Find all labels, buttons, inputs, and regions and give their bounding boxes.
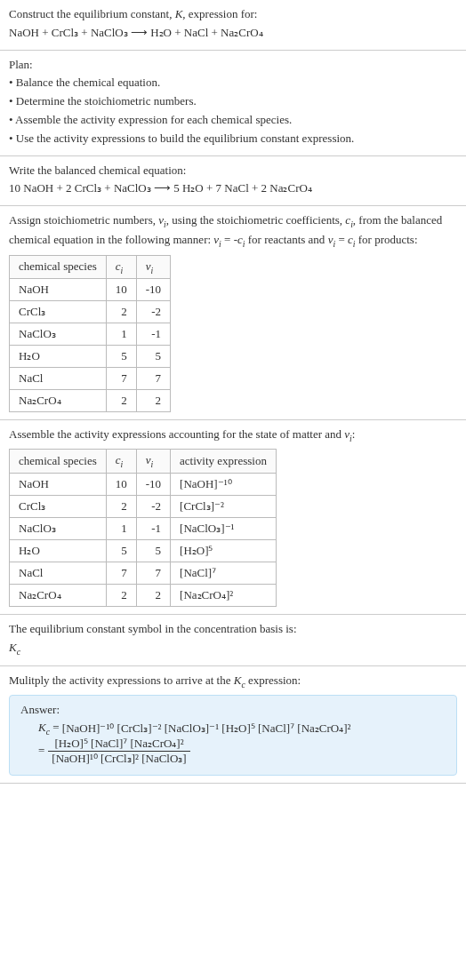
cell-species: NaOH <box>10 279 107 301</box>
cell-ci: 7 <box>106 368 136 390</box>
table-row: NaClO₃1-1[NaClO₃]⁻¹ <box>10 517 277 539</box>
section-stoich: Assign stoichiometric numbers, νi, using… <box>0 206 466 420</box>
cell-ci: 1 <box>106 517 136 539</box>
cell-ci: 2 <box>106 301 136 323</box>
table-row: Na₂CrO₄22[Na₂CrO₄]² <box>10 584 277 606</box>
cell-vi: 2 <box>136 584 170 606</box>
cell-ci: 5 <box>106 346 136 368</box>
answer-box: Answer: Kc = [NaOH]⁻¹⁰ [CrCl₃]⁻² [NaClO₃… <box>9 695 457 776</box>
cell-activity: [H₂O]⁵ <box>171 539 277 562</box>
cell-activity: [CrCl₃]⁻² <box>171 495 277 517</box>
table-row: NaCl77[NaCl]⁷ <box>10 562 277 584</box>
cell-species: NaClO₃ <box>10 323 107 346</box>
section-kc-symbol: The equilibrium constant symbol in the c… <box>0 615 466 666</box>
cell-vi: 2 <box>136 390 170 412</box>
cell-vi: -1 <box>136 323 170 346</box>
plan-item-3: • Assemble the activity expression for e… <box>9 111 457 130</box>
kc-symbol: Kc <box>9 639 457 658</box>
table-row: H₂O55[H₂O]⁵ <box>10 539 277 562</box>
section-final: Mulitply the activity expressions to arr… <box>0 666 466 784</box>
table-row: NaOH10-10[NaOH]⁻¹⁰ <box>10 473 277 495</box>
plan-item-4: • Use the activity expressions to build … <box>9 130 457 148</box>
activity-intro: Assemble the activity expressions accoun… <box>9 426 457 445</box>
fraction-numerator: [H₂O]⁵ [NaCl]⁷ [Na₂CrO₄]² <box>48 737 189 751</box>
cell-ci: 2 <box>106 584 136 606</box>
table-row: NaClO₃1-1 <box>10 323 171 346</box>
answer-label: Answer: <box>20 703 446 717</box>
stoich-table: chemical species ci νi NaOH10-10 CrCl₃2-… <box>9 255 171 413</box>
cell-species: NaCl <box>10 562 107 584</box>
table-row: CrCl₃2-2 <box>10 301 171 323</box>
table-row: NaCl77 <box>10 368 171 390</box>
cell-vi: -2 <box>136 301 170 323</box>
kc-text: The equilibrium constant symbol in the c… <box>9 620 457 639</box>
section-plan: Plan: • Balance the chemical equation. •… <box>0 51 466 156</box>
col-vi: νi <box>136 450 170 474</box>
cell-activity: [NaClO₃]⁻¹ <box>171 517 277 539</box>
balanced-equation: 10 NaOH + 2 CrCl₃ + NaClO₃ ⟶ 5 H₂O + 7 N… <box>9 179 457 198</box>
cell-ci: 2 <box>106 390 136 412</box>
section-activity: Assemble the activity expressions accoun… <box>0 420 466 615</box>
cell-ci: 10 <box>106 473 136 495</box>
stoich-intro: Assign stoichiometric numbers, νi, using… <box>9 211 457 251</box>
eq-sign: = <box>38 744 44 758</box>
plan-title: Plan: <box>9 56 457 75</box>
fraction-denominator: [NaOH]¹⁰ [CrCl₃]² [NaClO₃] <box>48 751 189 766</box>
cell-vi: 5 <box>136 346 170 368</box>
cell-species: NaCl <box>10 368 107 390</box>
cell-species: H₂O <box>10 539 107 562</box>
cell-vi: -1 <box>136 517 170 539</box>
col-activity: activity expression <box>171 450 277 474</box>
cell-ci: 5 <box>106 539 136 562</box>
unbalanced-equation: NaOH + CrCl₃ + NaClO₃ ⟶ H₂O + NaCl + Na₂… <box>9 24 457 43</box>
kc-rhs-product: [NaOH]⁻¹⁰ [CrCl₃]⁻² [NaClO₃]⁻¹ [H₂O]⁵ [N… <box>62 721 351 736</box>
cell-ci: 7 <box>106 562 136 584</box>
cell-vi: -10 <box>136 473 170 495</box>
table-header-row: chemical species ci νi <box>10 255 171 279</box>
cell-vi: 7 <box>136 562 170 584</box>
cell-vi: -10 <box>136 279 170 301</box>
kc-fraction: [H₂O]⁵ [NaCl]⁷ [Na₂CrO₄]² [NaOH]¹⁰ [CrCl… <box>48 737 189 766</box>
cell-vi: 5 <box>136 539 170 562</box>
activity-table: chemical species ci νi activity expressi… <box>9 449 277 607</box>
cell-vi: 7 <box>136 368 170 390</box>
section-intro: Construct the equilibrium constant, K, e… <box>0 0 466 51</box>
plan-item-2: • Determine the stoichiometric numbers. <box>9 92 457 111</box>
cell-species: Na₂CrO₄ <box>10 584 107 606</box>
col-ci: ci <box>106 255 136 279</box>
col-species: chemical species <box>10 450 107 474</box>
cell-vi: -2 <box>136 495 170 517</box>
kc-expression-line2: = [H₂O]⁵ [NaCl]⁷ [Na₂CrO₄]² [NaOH]¹⁰ [Cr… <box>38 737 446 766</box>
kc-expression-line1: Kc = [NaOH]⁻¹⁰ [CrCl₃]⁻² [NaClO₃]⁻¹ [H₂O… <box>38 721 446 737</box>
cell-ci: 2 <box>106 495 136 517</box>
table-row: H₂O55 <box>10 346 171 368</box>
cell-ci: 1 <box>106 323 136 346</box>
cell-species: NaClO₃ <box>10 517 107 539</box>
col-ci: ci <box>106 450 136 474</box>
kc-lhs: Kc = <box>38 721 62 737</box>
table-header-row: chemical species ci νi activity expressi… <box>10 450 277 474</box>
cell-activity: [Na₂CrO₄]² <box>171 584 277 606</box>
cell-species: CrCl₃ <box>10 495 107 517</box>
table-row: CrCl₃2-2[CrCl₃]⁻² <box>10 495 277 517</box>
cell-species: H₂O <box>10 346 107 368</box>
table-row: Na₂CrO₄22 <box>10 390 171 412</box>
final-intro: Mulitply the activity expressions to arr… <box>9 672 457 691</box>
col-species: chemical species <box>10 255 107 279</box>
intro-text: Construct the equilibrium constant, K, e… <box>9 5 457 24</box>
table-row: NaOH10-10 <box>10 279 171 301</box>
col-vi: νi <box>136 255 170 279</box>
section-balanced: Write the balanced chemical equation: 10… <box>0 156 466 207</box>
plan-item-1: • Balance the chemical equation. <box>9 74 457 92</box>
balanced-intro: Write the balanced chemical equation: <box>9 162 457 180</box>
cell-species: Na₂CrO₄ <box>10 390 107 412</box>
cell-activity: [NaCl]⁷ <box>171 562 277 584</box>
cell-ci: 10 <box>106 279 136 301</box>
cell-species: NaOH <box>10 473 107 495</box>
cell-activity: [NaOH]⁻¹⁰ <box>171 473 277 495</box>
cell-species: CrCl₃ <box>10 301 107 323</box>
